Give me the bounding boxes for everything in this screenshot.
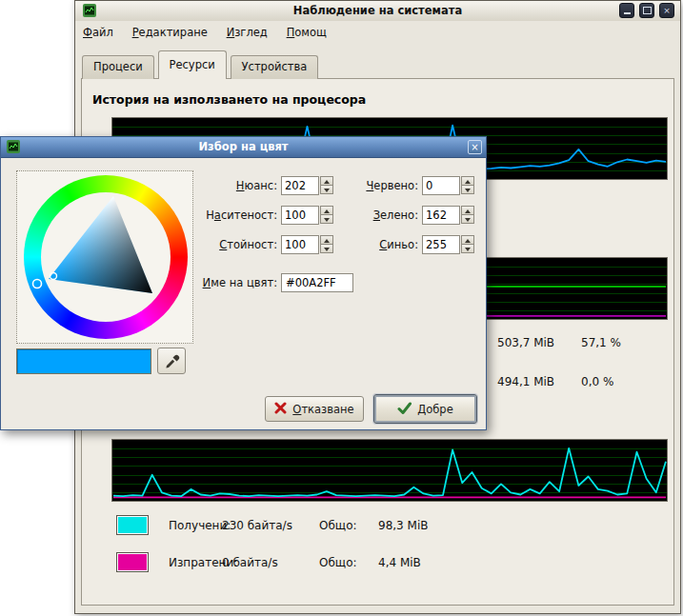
menu-file[interactable]: Файл (75, 21, 121, 43)
received-total: 98,3 MiB (378, 519, 428, 532)
cancel-icon (274, 402, 287, 417)
memory-percent: 57,1 % (581, 336, 621, 349)
window-title: Наблюдение на системата (75, 4, 680, 17)
red-spinner (461, 176, 474, 195)
spin-down-button[interactable] (461, 185, 474, 194)
spin-down-button[interactable] (461, 214, 474, 224)
spin-down-button[interactable] (320, 185, 333, 194)
ok-button-label: Добре (417, 403, 453, 416)
saturation-value-triangle[interactable] (17, 171, 194, 345)
green-input[interactable] (422, 206, 460, 225)
received-color-swatch[interactable] (116, 515, 149, 535)
color-name-label: Име на цвят: (163, 276, 277, 289)
maximize-button[interactable] (639, 3, 654, 18)
minimize-icon (624, 4, 631, 14)
value-label: Стойност: (163, 238, 277, 251)
spin-down-button[interactable] (461, 244, 474, 253)
main-titlebar[interactable]: Наблюдение на системата × (75, 1, 680, 22)
cancel-button-label: Отказване (292, 403, 353, 416)
maximize-icon (643, 7, 652, 14)
network-history-chart (111, 439, 668, 502)
current-color-swatch (16, 348, 151, 374)
menubar: Файл Редактиране Изглед Помощ (75, 21, 680, 45)
dialog-title: Избор на цвят (1, 140, 486, 153)
saturation-label: Наситеност: (163, 209, 277, 222)
color-wheel-panel (16, 170, 193, 344)
sent-total-label: Общо: (319, 556, 357, 569)
menu-edit[interactable]: Редактиране (125, 21, 215, 43)
blue-input[interactable] (422, 235, 460, 254)
red-label: Червено: (334, 179, 418, 192)
blue-label: Синьо: (334, 238, 418, 251)
green-label: Зелено: (334, 209, 418, 222)
green-spinner (461, 206, 474, 225)
hue-marker[interactable] (33, 280, 42, 288)
hue-label: Нюанс: (163, 179, 277, 192)
dialog-titlebar[interactable]: Избор на цвят × (1, 137, 486, 158)
spin-down-button[interactable] (320, 214, 333, 224)
received-total-label: Общо: (319, 519, 357, 532)
ok-icon (397, 402, 412, 417)
tab-resources[interactable]: Ресурси (158, 50, 227, 79)
close-button[interactable]: × (659, 3, 674, 18)
memory-amount: 503,7 MiB (497, 336, 554, 349)
value-input[interactable] (281, 235, 319, 254)
hue-input[interactable] (281, 176, 319, 195)
eyedropper-icon (163, 351, 180, 371)
minimize-button[interactable] (619, 3, 634, 18)
ok-button[interactable]: Добре (373, 394, 477, 424)
color-picker-dialog: Избор на цвят × (0, 136, 487, 430)
red-input[interactable] (422, 176, 460, 195)
sent-color-swatch[interactable] (116, 552, 149, 572)
tab-devices[interactable]: Устройства (231, 55, 319, 79)
received-rate: 230 байта/s (222, 519, 292, 532)
close-icon: × (663, 6, 671, 15)
color-name-input[interactable] (281, 273, 353, 292)
value-spinner (320, 235, 333, 254)
tab-processes[interactable]: Процеси (82, 55, 154, 79)
hue-spinner (320, 176, 333, 195)
spin-down-button[interactable] (320, 244, 333, 253)
sent-rate: 0 байта/s (222, 556, 278, 569)
close-icon: × (471, 142, 478, 152)
blue-spinner (461, 235, 474, 254)
tab-bar: Процеси Ресурси Устройства (82, 50, 318, 79)
cancel-button[interactable]: Отказване (265, 396, 364, 422)
menu-view[interactable]: Изглед (219, 21, 275, 43)
eyedropper-button[interactable] (157, 348, 186, 374)
saturation-spinner (320, 206, 333, 225)
saturation-input[interactable] (281, 206, 319, 225)
menu-help[interactable]: Помощ (279, 21, 334, 43)
swap-percent: 0,0 % (581, 375, 613, 388)
swap-amount: 494,1 MiB (497, 375, 554, 388)
desktop: { "main_window": { "title": "Наблюдение … (0, 0, 683, 616)
sent-total: 4,4 MiB (378, 556, 421, 569)
dialog-close-button[interactable]: × (468, 140, 482, 154)
cpu-section-title: История на използването на процесора (92, 92, 366, 107)
